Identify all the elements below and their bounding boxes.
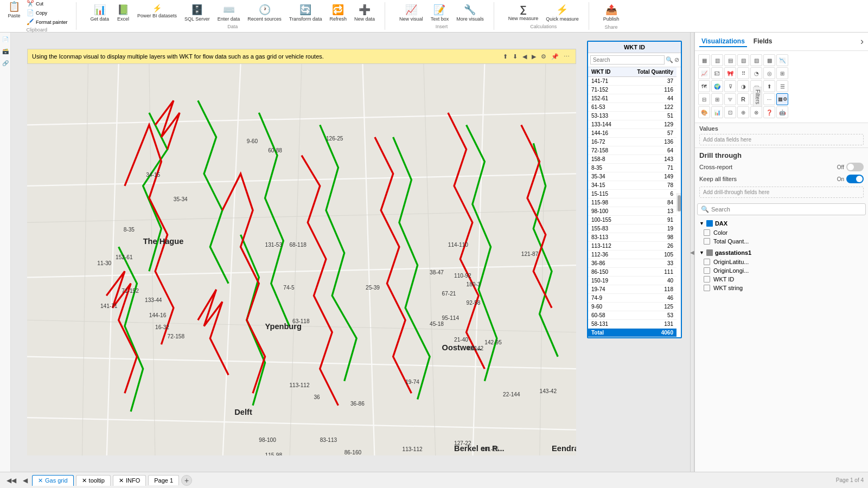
viz-scatter[interactable]: ⠿ bbox=[737, 67, 749, 79]
table-row[interactable]: 141-7137 bbox=[588, 77, 676, 86]
new-measure-button[interactable]: ∑ New measure bbox=[505, 3, 542, 23]
total-quant-checkbox[interactable] bbox=[704, 238, 710, 245]
map-icon-3[interactable]: ◀ bbox=[521, 53, 528, 61]
nav-left-button[interactable]: ◀ bbox=[21, 476, 30, 485]
recent-sources-button[interactable]: 🕐 Recent sources bbox=[244, 3, 285, 23]
new-visual-button[interactable]: 📈 New visual bbox=[396, 3, 426, 23]
viz-line[interactable]: 📉 bbox=[776, 54, 788, 66]
excel-button[interactable]: 📗 Excel bbox=[113, 3, 133, 23]
field-color[interactable]: Color bbox=[697, 228, 866, 237]
tab-info[interactable]: ✕ INFO bbox=[113, 475, 146, 486]
viz-analytics[interactable]: 📊 bbox=[711, 106, 723, 118]
table-row[interactable]: 16-72136 bbox=[588, 138, 676, 146]
viz-map[interactable]: 🗺 bbox=[698, 80, 710, 92]
table-row[interactable]: 155-8319 bbox=[588, 224, 676, 233]
filters-toggle[interactable]: Filters bbox=[753, 87, 762, 107]
table-row[interactable]: 100-15591 bbox=[588, 216, 676, 224]
viz-custom3[interactable]: ⊗ bbox=[750, 106, 762, 118]
tab-fields[interactable]: Fields bbox=[751, 36, 775, 47]
gasstations-section-header[interactable]: ▼ gasstations1 bbox=[697, 248, 866, 258]
viz-100-col[interactable]: ▩ bbox=[763, 54, 775, 66]
table-row[interactable]: 158-8143 bbox=[588, 155, 676, 164]
table-row[interactable]: 58-131131 bbox=[588, 320, 676, 329]
field-origin-long[interactable]: OriginLongi... bbox=[697, 266, 866, 275]
nav-prev-button[interactable]: ◀◀ bbox=[4, 476, 18, 485]
viz-ribbon[interactable]: 🎀 bbox=[724, 67, 736, 79]
tab-page1[interactable]: Page 1 bbox=[148, 475, 179, 485]
wkt-scrollbar[interactable] bbox=[676, 193, 681, 211]
field-total-quant[interactable]: Total Quant... bbox=[697, 237, 866, 246]
textbox-button[interactable]: 📝 Text box bbox=[427, 3, 452, 23]
table-row[interactable]: 15-1156 bbox=[588, 190, 676, 198]
viz-waterfall[interactable]: ⩔ bbox=[724, 93, 736, 105]
viz-pie[interactable]: ◔ bbox=[750, 67, 762, 79]
viz-slicer[interactable]: ☰ bbox=[776, 80, 788, 92]
color-checkbox[interactable] bbox=[704, 229, 710, 236]
table-row[interactable]: 144-1657 bbox=[588, 129, 676, 138]
get-data-button[interactable]: 📊 Get data bbox=[87, 3, 113, 23]
table-row[interactable]: 74-946 bbox=[588, 294, 676, 303]
wkt-id-header[interactable]: WKT ID bbox=[588, 67, 622, 77]
viz-stacked-col[interactable]: ▧ bbox=[737, 54, 749, 66]
enter-data-button[interactable]: ⌨️ Enter data bbox=[214, 3, 244, 23]
map-icon-2[interactable]: ⬇ bbox=[511, 53, 519, 61]
viz-matrix[interactable]: ⊞ bbox=[711, 93, 723, 105]
table-row[interactable]: 152-6144 bbox=[588, 94, 676, 103]
total-qty-header[interactable]: Total Quantity bbox=[622, 67, 676, 77]
table-row[interactable]: 112-36105 bbox=[588, 251, 676, 259]
tab-gas-grid[interactable]: ✕ Gas grid bbox=[32, 475, 74, 486]
drill-add-fields[interactable]: Add drill-through fields here bbox=[699, 187, 864, 198]
field-wkt-id[interactable]: WKT ID bbox=[697, 275, 866, 284]
table-row[interactable]: 86-150111 bbox=[588, 268, 676, 277]
sidebar-report-icon[interactable]: 📄 bbox=[1, 35, 10, 43]
table-row[interactable]: 9-60125 bbox=[588, 303, 676, 311]
paste-button[interactable]: 📋 Paste bbox=[4, 0, 24, 26]
viz-r[interactable]: R bbox=[737, 93, 749, 105]
viz-table[interactable]: ⊟ bbox=[698, 93, 710, 105]
sidebar-data-icon[interactable]: 🗃️ bbox=[1, 47, 10, 55]
tab-visualizations[interactable]: Visualizations bbox=[699, 36, 747, 47]
table-row[interactable]: 113-11226 bbox=[588, 242, 676, 251]
table-row[interactable]: 19-74118 bbox=[588, 285, 676, 294]
viz-format[interactable]: 🎨 bbox=[698, 106, 710, 118]
add-tab-button[interactable]: + bbox=[181, 475, 192, 486]
table-row[interactable]: 8-3571 bbox=[588, 164, 676, 172]
cross-report-toggle[interactable]: Off bbox=[837, 163, 864, 171]
viz-clustered-bar[interactable]: ▥ bbox=[711, 54, 723, 66]
field-wkt-string[interactable]: WKT string bbox=[697, 284, 866, 292]
table-row[interactable]: 83-11398 bbox=[588, 233, 676, 242]
panel-separator[interactable]: ◀ bbox=[690, 33, 694, 472]
viz-qa[interactable]: ❓ bbox=[763, 106, 775, 118]
cross-report-switch[interactable] bbox=[846, 163, 864, 171]
sql-server-button[interactable]: 🗄️ SQL Server bbox=[181, 3, 213, 23]
format-painter-button[interactable]: 🖌️Format painter bbox=[25, 18, 69, 26]
powerbi-datasets-button[interactable]: ⚡ Power BI datasets bbox=[134, 3, 180, 23]
table-row[interactable]: 36-8633 bbox=[588, 259, 676, 268]
fields-search-input[interactable] bbox=[711, 206, 862, 213]
wkt-search-icon[interactable]: 🔍 bbox=[666, 56, 673, 63]
viz-filled-map[interactable]: 🌍 bbox=[711, 80, 723, 92]
refresh-button[interactable]: 🔁 Refresh bbox=[327, 3, 350, 23]
viz-more[interactable]: ··· bbox=[763, 93, 775, 105]
viz-donut[interactable]: ◎ bbox=[763, 67, 775, 79]
origin-lat-checkbox[interactable] bbox=[704, 259, 710, 265]
map-icon-5[interactable]: ⚙ bbox=[539, 53, 548, 61]
origin-long-checkbox[interactable] bbox=[704, 267, 710, 274]
viz-stacked-area[interactable]: 🗠 bbox=[711, 67, 723, 79]
keep-filters-toggle[interactable]: On bbox=[837, 175, 864, 183]
table-row[interactable]: 61-53122 bbox=[588, 103, 676, 112]
table-row[interactable]: 53-13351 bbox=[588, 112, 676, 120]
keep-filters-switch[interactable] bbox=[846, 175, 864, 183]
tab-tooltip[interactable]: ✕ tooltip bbox=[76, 475, 111, 486]
wkt-string-checkbox[interactable] bbox=[704, 285, 710, 291]
viz-kpi[interactable]: ⬆ bbox=[763, 80, 775, 92]
wkt-id-checkbox[interactable] bbox=[704, 276, 710, 282]
table-row[interactable]: 60-5853 bbox=[588, 311, 676, 320]
quick-measure-button[interactable]: ⚡ Quick measure bbox=[542, 3, 582, 23]
table-row[interactable]: 35-34149 bbox=[588, 172, 676, 181]
viz-treemap[interactable]: ⊞ bbox=[776, 67, 788, 79]
wkt-filter-icon[interactable]: ⊘ bbox=[674, 56, 679, 63]
more-visuals-button[interactable]: 🔧 More visuals bbox=[453, 3, 487, 23]
sidebar-model-icon[interactable]: 🔗 bbox=[1, 59, 10, 67]
map-icon-1[interactable]: ⬆ bbox=[501, 53, 509, 61]
